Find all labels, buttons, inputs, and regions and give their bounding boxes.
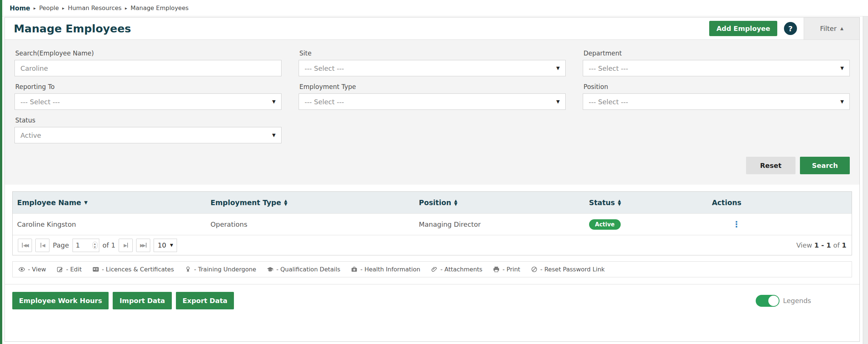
column-header-status[interactable]: Status ▲▼: [589, 198, 712, 207]
column-label: Employee Name: [17, 198, 81, 207]
field-status: Status Active ▼: [15, 112, 282, 143]
filter-label: Filter: [820, 25, 837, 32]
page-title: Manage Employees: [14, 22, 131, 35]
select-value: Active: [20, 131, 41, 139]
filter-toggle[interactable]: Filter ▲: [804, 17, 859, 39]
select-value: --- Select ---: [20, 98, 60, 106]
chevron-down-icon: ▼: [170, 243, 173, 248]
page-of-text: of 1: [103, 241, 116, 249]
column-header-actions: Actions: [712, 198, 847, 207]
department-select[interactable]: --- Select --- ▼: [583, 60, 850, 76]
page-number-input[interactable]: [76, 241, 87, 249]
employment-type-select[interactable]: --- Select --- ▼: [299, 93, 566, 110]
status-select[interactable]: Active ▼: [15, 127, 282, 143]
field-label: Site: [299, 50, 566, 57]
breadcrumb-sep-icon: ▸: [125, 6, 127, 11]
toggle-knob: [768, 296, 779, 306]
next-page-button[interactable]: ▶: [119, 239, 133, 252]
import-data-button[interactable]: Import Data: [113, 292, 171, 309]
column-header-employee-name[interactable]: Employee Name ▼: [17, 198, 210, 207]
field-label: Position: [584, 83, 850, 90]
breadcrumb-home[interactable]: Home: [10, 4, 30, 12]
cell-status: Active: [589, 219, 712, 230]
sort-both-icon: ▲▼: [618, 199, 621, 206]
filter-actions: Reset Search: [15, 146, 850, 185]
field-reporting-to: Reporting To --- Select --- ▼: [15, 79, 282, 110]
field-label: Reporting To: [15, 83, 282, 90]
column-label: Actions: [712, 198, 741, 207]
field-department: Department --- Select --- ▼: [583, 45, 850, 76]
field-label: Status: [15, 117, 282, 124]
row-actions-kebab-icon[interactable]: ⋮: [732, 220, 740, 229]
table-header-row: Employee Name ▼ Employment Type ▲▼ Posit…: [13, 192, 852, 213]
breadcrumb-sep-icon: ▸: [33, 6, 36, 11]
column-header-employment-type[interactable]: Employment Type ▲▼: [210, 198, 419, 207]
page-size-value: 10: [158, 241, 166, 249]
panel-header: Manage Employees Add Employee ? Filter ▲: [5, 17, 859, 40]
position-select[interactable]: --- Select --- ▼: [583, 93, 850, 110]
chevron-down-icon: ▼: [556, 66, 560, 71]
select-value: --- Select ---: [305, 98, 344, 106]
next-page-icon: ▶: [123, 243, 126, 248]
page: Home ▸ People ▸ Human Resources ▸ Manage…: [0, 0, 868, 344]
table-row: Caroline Kingston Operations Managing Di…: [13, 213, 852, 235]
legend-item-training: - Training Undergone: [184, 266, 256, 273]
attachments-icon: [431, 266, 438, 273]
cell-position: Managing Director: [419, 220, 589, 228]
prev-page-button[interactable]: ◀: [35, 239, 49, 252]
page-spinner[interactable]: ▴▾: [93, 242, 97, 249]
manage-employees-panel: Manage Employees Add Employee ? Filter ▲…: [4, 17, 860, 342]
reset-button[interactable]: Reset: [746, 157, 796, 174]
training-undergone-icon: [184, 266, 192, 273]
help-icon[interactable]: ?: [784, 22, 797, 35]
chevron-down-icon: ▼: [272, 99, 276, 104]
panel-footer: Employee Work Hours Import Data Export D…: [5, 284, 859, 317]
pagination-bar: ◀◀ ◀ Page ▴▾ of 1 ▶ ▶▶ 10: [13, 235, 852, 255]
last-page-button[interactable]: ▶▶: [136, 239, 150, 252]
legend-item-reset-password: - Reset Password Link: [531, 266, 605, 273]
reporting-to-select[interactable]: --- Select --- ▼: [15, 93, 282, 110]
field-search-employee-name: Search(Employee Name): [15, 45, 282, 76]
sort-both-icon: ▲▼: [284, 199, 287, 206]
chevron-up-icon: ▲: [840, 26, 843, 31]
legend-item-licences: - Licences & Certificates: [92, 266, 174, 273]
chevron-down-icon: ▼: [556, 99, 560, 104]
column-header-position[interactable]: Position ▲▼: [419, 198, 589, 207]
employee-name-search-input[interactable]: [15, 60, 282, 76]
legend-item-print: - Print: [493, 266, 520, 273]
employees-table: Employee Name ▼ Employment Type ▲▼ Posit…: [12, 191, 852, 255]
breadcrumb: Home ▸ People ▸ Human Resources ▸ Manage…: [0, 0, 868, 16]
sort-desc-icon: ▼: [84, 200, 87, 205]
page-label: Page: [53, 241, 69, 249]
export-data-button[interactable]: Export Data: [176, 292, 234, 309]
legends-toggle[interactable]: [756, 295, 779, 307]
select-value: --- Select ---: [305, 64, 344, 72]
search-button[interactable]: Search: [800, 157, 850, 174]
column-label: Status: [589, 198, 615, 207]
scrollbar-track[interactable]: [863, 16, 868, 344]
eye-icon: [18, 266, 25, 273]
edit-icon: [57, 266, 64, 273]
sort-both-icon: ▲▼: [454, 199, 457, 206]
page-number-input-wrap: ▴▾: [73, 239, 99, 252]
legend-bar: - View - Edit - Licences & Certificates …: [12, 261, 852, 277]
breadcrumb-human-resources[interactable]: Human Resources: [68, 4, 122, 12]
column-label: Employment Type: [210, 198, 281, 207]
prev-page-icon: ◀: [42, 243, 44, 248]
qualification-details-icon: [267, 266, 274, 273]
first-page-button[interactable]: ◀◀: [18, 239, 32, 252]
reset-password-link-icon: [531, 266, 538, 273]
view-range-info: View 1 - 1 of 1: [796, 241, 846, 249]
select-value: --- Select ---: [589, 98, 628, 106]
site-select[interactable]: --- Select --- ▼: [299, 60, 566, 76]
breadcrumb-manage-employees: Manage Employees: [131, 4, 189, 12]
employee-work-hours-button[interactable]: Employee Work Hours: [12, 292, 109, 309]
breadcrumb-sep-icon: ▸: [62, 6, 64, 11]
page-size-select[interactable]: 10 ▼: [154, 239, 177, 252]
field-employment-type: Employment Type --- Select --- ▼: [299, 79, 566, 110]
field-position: Position --- Select --- ▼: [583, 79, 850, 110]
status-badge: Active: [589, 219, 621, 230]
breadcrumb-people[interactable]: People: [39, 4, 59, 12]
chevron-down-icon: ▼: [840, 66, 844, 71]
add-employee-button[interactable]: Add Employee: [709, 21, 777, 36]
